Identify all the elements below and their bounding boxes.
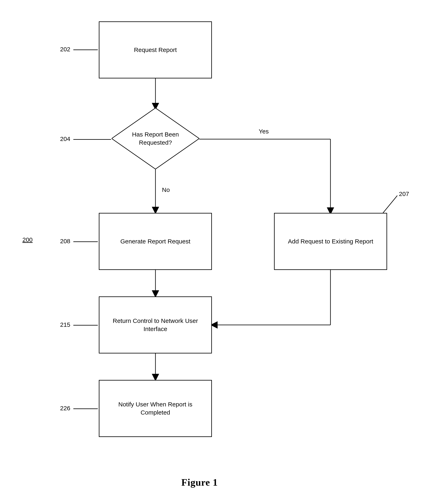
node-notify-user: Notify User When Report is Completed <box>99 380 212 437</box>
ref-204: 204 <box>60 135 70 142</box>
ref-202: 202 <box>60 46 70 53</box>
arrow-215-to-226 <box>155 353 157 380</box>
ref-208: 208 <box>60 238 70 245</box>
ref-226: 226 <box>60 405 70 412</box>
ref-line-202 <box>73 49 98 50</box>
arrow-204-no-to-208 <box>155 169 157 213</box>
node-request-report: Request Report <box>99 21 212 79</box>
node-label: Notify User When Report is Completed <box>104 400 207 417</box>
ref-line-204 <box>73 139 111 140</box>
svg-line-5 <box>383 196 397 213</box>
node-has-report-been-requested: Has Report Been Requested? <box>112 108 199 169</box>
node-label: Has Report Been Requested? <box>128 130 183 147</box>
arrow-208-to-215 <box>155 270 157 296</box>
edge-label-yes: Yes <box>259 128 269 135</box>
node-label: Request Report <box>134 46 177 54</box>
diagram-ref-200: 200 <box>22 236 33 243</box>
node-add-request-existing-report: Add Request to Existing Report <box>274 213 387 270</box>
arrow-207-to-215 <box>212 270 334 327</box>
node-return-control: Return Control to Network User Interface <box>99 296 212 353</box>
arrow-204-yes-to-207 <box>199 139 342 214</box>
ref-line-208 <box>73 241 98 242</box>
flowchart-figure-1: Request Report 202 Has Report Been Reque… <box>0 0 425 504</box>
arrow-202-to-204 <box>155 79 157 109</box>
edge-label-no: No <box>162 186 170 193</box>
node-label: Return Control to Network User Interface <box>104 317 207 333</box>
ref-line-215 <box>73 325 98 325</box>
node-generate-report-request: Generate Report Request <box>99 213 212 270</box>
node-label: Add Request to Existing Report <box>288 237 373 246</box>
ref-line-226 <box>73 408 98 409</box>
ref-215: 215 <box>60 321 70 328</box>
ref-207: 207 <box>399 191 409 197</box>
node-label: Generate Report Request <box>120 237 191 246</box>
ref-line-207 <box>383 196 399 214</box>
figure-label: Figure 1 <box>181 477 218 488</box>
